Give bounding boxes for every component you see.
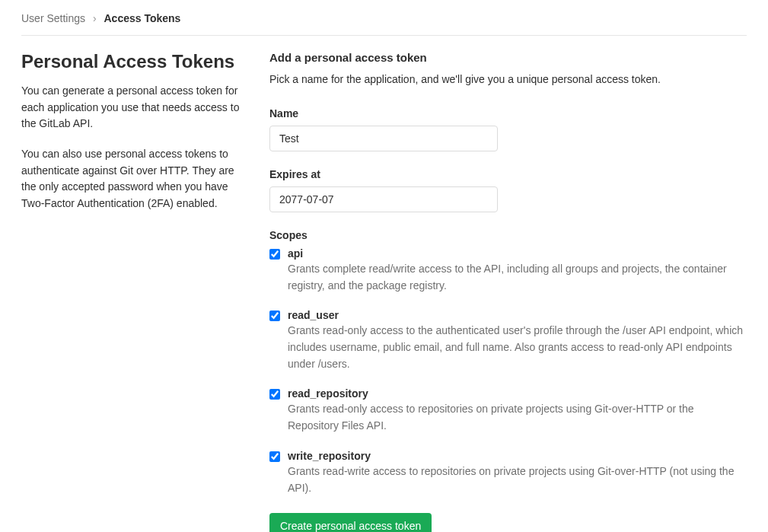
chevron-right-icon: ›	[93, 12, 97, 24]
scope-description: Grants read-only access to repositories …	[288, 401, 747, 434]
form-subtitle: Pick a name for the application, and we'…	[269, 72, 747, 88]
scope-name-label[interactable]: api	[288, 247, 747, 260]
expires-label: Expires at	[269, 168, 747, 180]
name-label: Name	[269, 107, 747, 119]
scope-checkbox-write_repository[interactable]	[269, 451, 280, 462]
scope-item-api: apiGrants complete read/write access to …	[269, 247, 747, 294]
scope-checkbox-api[interactable]	[269, 249, 280, 260]
scope-description: Grants complete read/write access to the…	[288, 261, 747, 294]
scope-name-label[interactable]: write_repository	[288, 450, 747, 462]
create-token-button[interactable]: Create personal access token	[269, 513, 432, 532]
page-title: Personal Access Tokens	[21, 51, 250, 72]
scope-item-read_user: read_userGrants read-only access to the …	[269, 309, 747, 372]
scope-item-write_repository: write_repositoryGrants read-write access…	[269, 450, 747, 496]
scope-name-label[interactable]: read_user	[288, 309, 747, 321]
breadcrumb-current: Access Tokens	[104, 12, 181, 24]
scope-item-read_repository: read_repositoryGrants read-only access t…	[269, 387, 747, 434]
intro-paragraph-2: You can also use personal access tokens …	[21, 146, 250, 212]
scopes-label: Scopes	[269, 229, 747, 241]
scope-name-label[interactable]: read_repository	[288, 387, 747, 400]
form-title: Add a personal access token	[269, 51, 747, 64]
breadcrumb: User Settings › Access Tokens	[21, 6, 747, 36]
breadcrumb-parent[interactable]: User Settings	[21, 12, 85, 24]
scope-description: Grants read-only access to the authentic…	[288, 323, 747, 372]
scope-checkbox-read_user[interactable]	[269, 311, 280, 321]
scope-description: Grants read-write access to repositories…	[288, 464, 747, 496]
scope-checkbox-read_repository[interactable]	[269, 389, 280, 400]
name-input[interactable]	[269, 126, 498, 151]
intro-paragraph-1: You can generate a personal access token…	[21, 83, 250, 132]
expires-input[interactable]	[269, 186, 498, 212]
